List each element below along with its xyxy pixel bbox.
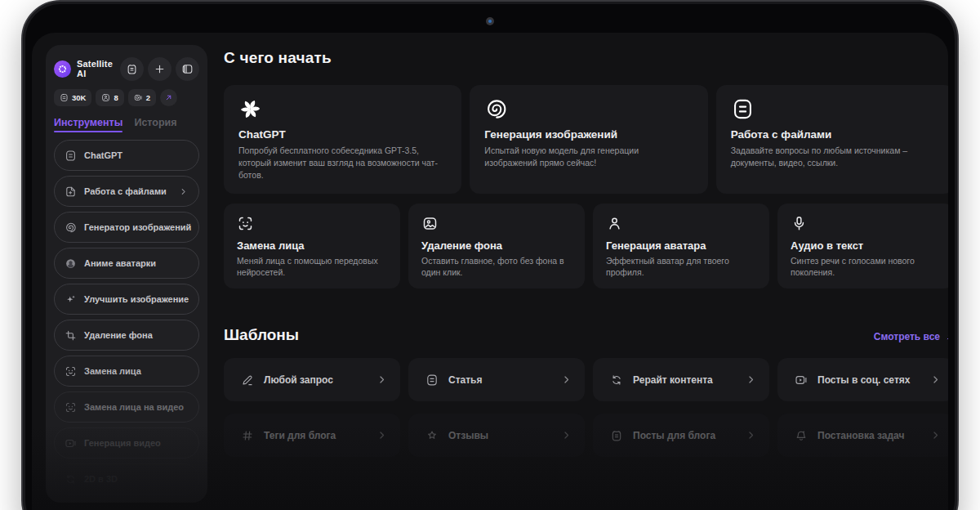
header-action-button[interactable] [148,57,172,81]
sidebar-tabs: Инструменты История [54,117,199,132]
chevron-right-icon [746,430,756,441]
photo-icon [421,215,572,232]
start-section-title: С чего начать [224,49,948,67]
chevron-right-icon [930,430,941,441]
person-icon [606,215,756,232]
file-plus-icon [65,186,77,198]
stat-value: 8 [114,93,118,102]
spiral-icon [65,221,77,234]
doc-icon [65,150,77,162]
doc-icon [60,93,69,102]
tool-label: Замена лица на видео [84,402,184,412]
template-item[interactable]: Теги для блога [224,414,400,457]
tool-label: Замена лица [84,366,141,376]
template-item[interactable]: Посты в соц. сетях [777,358,948,401]
sidebar-tool-item[interactable]: Генератор изображений [54,212,199,243]
face-icon [65,401,77,414]
stat-badges: 30K 8 2 [54,89,156,106]
panel-icon [181,63,194,75]
sidebar-tool-item[interactable]: Замена лица на видео [54,391,199,423]
sidebar-tool-item[interactable]: Замена лица [54,356,199,387]
sidebar-tool-item[interactable]: 2D в 3D [54,463,199,494]
header-action-button[interactable] [120,57,144,81]
card-description: Эффектный аватар для твоего профиля. [606,255,756,279]
card-title: Генерация аватара [606,239,756,252]
tool-card[interactable]: Генерация аватара Эффектный аватар для т… [593,204,769,289]
tool-card[interactable]: Удаление фона Оставить главное, фото без… [408,204,585,289]
sidebar-tool-item[interactable]: Генерация видео [54,427,199,459]
tool-card[interactable]: Аудио в текст Синтез речи с голосами нов… [777,204,948,289]
openai-icon [238,97,447,121]
chevron-right-icon [376,430,387,441]
satellite-ai-logo-icon [54,60,71,78]
sidebar-tool-item[interactable]: ChatGPT [54,140,199,171]
sidebar: Satellite AI [46,45,207,503]
see-all-label: Смотреть все [874,331,940,342]
image-icon [101,93,110,102]
notes-icon [126,63,138,75]
template-label: Статья [448,374,482,386]
feature-card[interactable]: Генерация изображений Испытай новую моде… [470,85,707,194]
arrow-up-right-icon [945,333,948,342]
feature-card[interactable]: ChatGPT Попробуй бесплатного собеседника… [224,85,461,194]
template-label: Любой запрос [264,374,333,386]
template-grid: Любой запрос Статья Рерайт контента [224,358,948,457]
chevron-right-icon [376,374,387,385]
card-description: Задавайте вопросы по любым источникам – … [731,145,939,169]
tab-label: История [134,117,176,128]
templates-section-title: Шаблоны [224,326,299,344]
sidebar-tool-item[interactable]: Удаление фона [54,320,199,351]
stats-row: 30K 8 2 [54,89,199,106]
sparkle-icon [65,293,77,306]
video-icon [65,437,77,450]
avatar-icon [65,257,77,270]
doc-icon [425,374,439,387]
template-item[interactable]: Посты для блога [593,414,769,457]
chevron-right-icon [930,374,941,385]
tool-cards: Замена лица Меняй лица с помощью передов… [224,204,948,289]
templates-header: Шаблоны Смотреть все [224,326,948,344]
doc-icon [731,97,939,121]
card-title: Аудио в текст [791,239,941,252]
feature-cards: ChatGPT Попробуй бесплатного собеседника… [224,85,948,194]
tool-card[interactable]: Замена лица Меняй лица с помощью передов… [224,204,400,289]
template-item[interactable]: Статья [408,358,585,401]
hash-icon [241,429,254,442]
stat-value: 2 [146,93,150,102]
card-title: Удаление фона [421,239,572,252]
tab-label: Инструменты [54,117,122,128]
template-item[interactable]: Любой запрос [224,358,400,401]
arrow-up-right-icon [164,93,173,102]
card-description: Меняй лица с помощью передовых нейросете… [237,255,387,279]
card-description: Попробуй бесплатного собеседника GPT-3.5… [238,145,447,182]
stat-value: 30K [72,93,86,102]
see-all-link[interactable]: Смотреть все [874,331,948,342]
front-camera-icon [486,17,494,25]
bell-icon [795,429,808,442]
chevron-right-icon [561,430,572,441]
sidebar-tool-item[interactable]: Аниме аватарки [54,248,199,279]
header-action-button[interactable] [176,57,199,81]
template-item[interactable]: Постановка задач [777,414,948,457]
refresh-icon [610,374,623,387]
face-icon [65,365,77,378]
chevron-right-icon [179,187,188,196]
notes-icon [610,429,623,442]
share-button[interactable] [160,89,177,106]
feature-card[interactable]: Работа с файлами Задавайте вопросы по лю… [716,85,948,194]
spiral-icon [484,97,693,121]
tool-label: Удаление фона [84,330,153,340]
sidebar-tool-item[interactable]: Улучшить изображение [54,284,199,315]
tool-label: Работа с файлами [84,186,167,196]
template-label: Рерайт контента [633,374,713,386]
template-item[interactable]: Рерайт контента [593,358,769,401]
sidebar-tool-item[interactable]: Работа с файлами [54,176,199,207]
template-label: Посты для блога [633,430,715,441]
template-item[interactable]: Отзывы [408,414,585,457]
card-title: Работа с файлами [731,128,939,141]
stat-badge: 30K [54,89,91,106]
sidebar-tab[interactable]: История [134,117,176,132]
crop-icon [65,329,77,342]
sidebar-tab[interactable]: Инструменты [54,117,122,132]
tool-label: Генерация видео [84,438,161,448]
